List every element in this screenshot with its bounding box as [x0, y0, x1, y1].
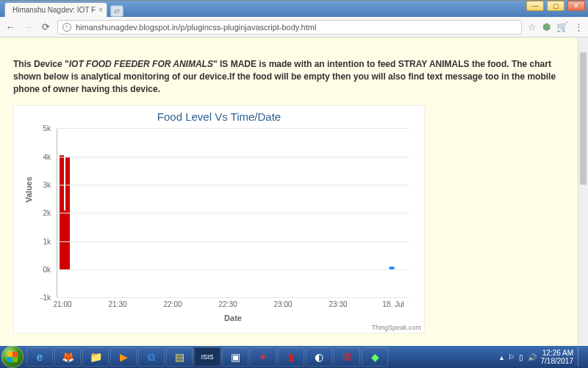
- tray-date: 7/18/2017: [541, 357, 574, 365]
- taskbar-app3-icon[interactable]: ◆: [362, 347, 388, 367]
- tab-close-icon[interactable]: ×: [98, 6, 103, 14]
- taskbar-folder-icon[interactable]: ▤: [166, 347, 193, 367]
- taskbar-mediaplayer-icon[interactable]: ▶: [110, 347, 137, 367]
- y-tick: 3k: [21, 181, 51, 189]
- grid-line: [57, 269, 409, 270]
- x-tick: 23:30: [329, 300, 347, 308]
- y-tick: 5k: [21, 124, 51, 132]
- extension-icon[interactable]: ⬢: [542, 21, 551, 32]
- desc-quoted: IOT FOOD FEEDER FOR ANIMALS: [69, 59, 213, 69]
- minimize-button[interactable]: —: [526, 1, 544, 11]
- show-desktop-button[interactable]: [578, 347, 584, 367]
- url-text: himanshunagdev.blogspot.in/p/plugincss-p…: [76, 23, 316, 32]
- taskbar-firefox-icon[interactable]: 🦊: [54, 347, 81, 367]
- page-body: This Device "IOT FOOD FEEDER FOR ANIMALS…: [0, 38, 588, 346]
- back-button[interactable]: ←: [4, 21, 16, 32]
- tab-title: Himanshu Nagdev: IOT F: [12, 6, 96, 14]
- toolbar-right: ☆ ⬢ 🛒 ⋮: [528, 21, 584, 32]
- grid-line: [57, 241, 409, 242]
- taskbar-cmd-icon[interactable]: ▣: [222, 347, 248, 367]
- y-tick: 0k: [21, 266, 51, 274]
- grid-line: [57, 157, 409, 158]
- windows-logo-icon: [7, 352, 18, 362]
- chart-title: Food Level Vs Time/Date: [14, 106, 424, 123]
- reload-button[interactable]: ⟳: [40, 21, 51, 32]
- grid-line: [57, 128, 409, 129]
- tray-time: 12:26 AM: [541, 349, 574, 357]
- page-scrollbar[interactable]: [578, 38, 588, 346]
- x-tick: 23:00: [273, 300, 292, 308]
- scrollbar-thumb[interactable]: [580, 52, 587, 185]
- x-tick: 18. Jul: [382, 300, 404, 308]
- grid-line: [57, 213, 409, 213]
- star-icon[interactable]: ☆: [528, 21, 537, 32]
- window-controls: — ▢ ✕: [526, 1, 585, 11]
- device-description: This Device "IOT FOOD FEEDER FOR ANIMALS…: [13, 58, 557, 95]
- chart-series-red: [62, 210, 65, 270]
- taskbar-app2-icon[interactable]: ▮: [278, 347, 304, 367]
- taskbar-pdf-icon[interactable]: ⌘: [334, 347, 360, 367]
- chart-container: Food Level Vs Time/Date Values Date -1k0…: [13, 105, 425, 333]
- tray-up-icon[interactable]: ▴: [500, 353, 503, 361]
- chrome-window: — ▢ ✕ Himanshu Nagdev: IOT F × ▱ ← → ⟳ i…: [0, 0, 588, 346]
- grid-line: [57, 185, 409, 185]
- y-tick: 4k: [21, 152, 51, 160]
- chart-xlabel: Date: [224, 314, 242, 322]
- y-tick: -1k: [21, 294, 51, 302]
- nav-bar: ← → ⟳ i himanshunagdev.blogspot.in/p/plu…: [0, 17, 588, 38]
- chart-attribution: ThingSpeak.com: [371, 324, 421, 331]
- tray-flag-icon[interactable]: ⚐: [508, 353, 514, 361]
- y-tick: 2k: [21, 209, 51, 217]
- taskbar-ie-icon[interactable]: e: [26, 347, 53, 367]
- forward-button[interactable]: →: [22, 21, 34, 32]
- address-bar[interactable]: i himanshunagdev.blogspot.in/p/plugincss…: [57, 20, 522, 35]
- taskbar-pinned: e 🦊 📁 ▶ ⧉ ▤ ISIS ▣ ✶ ▮ ◐ ⌘ ◆: [26, 347, 388, 367]
- cart-icon[interactable]: 🛒: [556, 21, 568, 32]
- taskbar-isis-icon[interactable]: ISIS: [194, 347, 220, 367]
- x-tick: 22:30: [218, 300, 237, 308]
- tray-volume-icon[interactable]: 🔊: [528, 353, 537, 361]
- x-tick: 21:30: [108, 300, 126, 308]
- desc-prefix: This Device ": [13, 59, 69, 69]
- taskbar-vscode-icon[interactable]: ⧉: [138, 347, 165, 367]
- x-tick: 21:00: [53, 300, 71, 308]
- close-button[interactable]: ✕: [567, 1, 585, 11]
- browser-tab-active[interactable]: Himanshu Nagdev: IOT F ×: [4, 2, 107, 17]
- taskbar-chrome-icon[interactable]: ◐: [306, 347, 332, 367]
- maximize-button[interactable]: ▢: [547, 1, 564, 11]
- tab-strip: Himanshu Nagdev: IOT F × ▱: [0, 1, 588, 17]
- grid-line: [57, 297, 409, 298]
- taskbar-explorer-icon[interactable]: 📁: [82, 347, 109, 367]
- windows-taskbar: e 🦊 📁 ▶ ⧉ ▤ ISIS ▣ ✶ ▮ ◐ ⌘ ◆ ▴ ⚐ ▯ 🔊 12:…: [0, 346, 588, 368]
- tray-network-icon[interactable]: ▯: [519, 353, 523, 361]
- chart-plot-area: Values Date -1k0k1k2k3k4k5k21:0021:3022:…: [57, 128, 409, 297]
- tray-clock[interactable]: 12:26 AM 7/18/2017: [541, 349, 574, 365]
- menu-icon[interactable]: ⋮: [574, 21, 584, 32]
- new-tab-button[interactable]: ▱: [110, 5, 123, 17]
- site-info-icon[interactable]: i: [62, 23, 71, 32]
- taskbar-app1-icon[interactable]: ✶: [250, 347, 276, 367]
- system-tray: ▴ ⚐ ▯ 🔊 12:26 AM 7/18/2017: [500, 347, 587, 367]
- start-button[interactable]: [1, 346, 24, 368]
- x-tick: 22:00: [163, 300, 182, 308]
- y-tick: 1k: [21, 237, 51, 245]
